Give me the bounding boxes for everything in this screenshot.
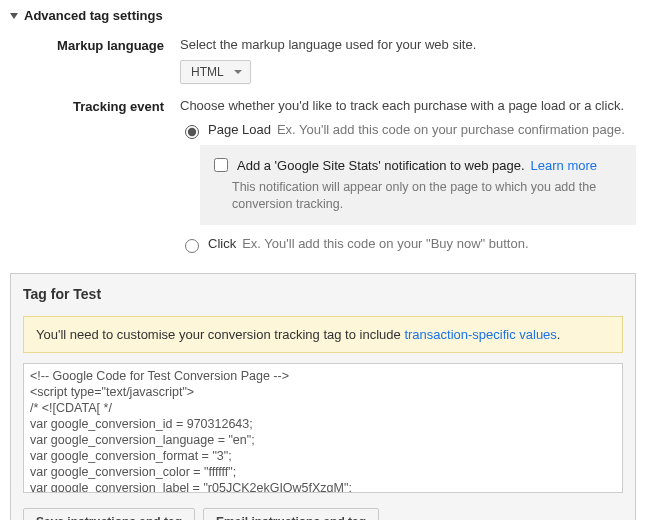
transaction-values-link[interactable]: transaction-specific values xyxy=(404,327,556,342)
section-title: Advanced tag settings xyxy=(24,8,163,23)
markup-content: Select the markup language used for your… xyxy=(180,37,636,84)
notif-subtext: This notification will appear only on th… xyxy=(232,179,622,213)
tracking-content: Choose whether you'd like to track each … xyxy=(180,98,636,255)
tracking-row: Tracking event Choose whether you'd like… xyxy=(10,98,636,255)
markup-select-value: HTML xyxy=(191,65,224,79)
chevron-down-icon xyxy=(234,70,242,74)
warning-period: . xyxy=(557,327,561,342)
radio-page-load[interactable]: Page Load Ex. You'll add this code on yo… xyxy=(180,121,636,139)
markup-label: Markup language xyxy=(10,37,180,53)
radio-click-example: Ex. You'll add this code on your "Buy no… xyxy=(242,235,528,253)
button-row: Save instructions and tag Email instruct… xyxy=(23,508,623,520)
radio-page-load-example: Ex. You'll add this code on your purchas… xyxy=(277,121,625,139)
notification-box: Add a 'Google Site Stats' notification t… xyxy=(200,145,636,225)
radio-click-input[interactable] xyxy=(185,239,199,253)
markup-select[interactable]: HTML xyxy=(180,60,251,84)
tag-panel: Tag for Test You'll need to customise yo… xyxy=(10,273,636,520)
radio-page-load-input[interactable] xyxy=(185,125,199,139)
tracking-desc: Choose whether you'd like to track each … xyxy=(180,98,636,113)
learn-more-link[interactable]: Learn more xyxy=(531,158,597,173)
section-header[interactable]: Advanced tag settings xyxy=(10,8,636,23)
collapse-icon xyxy=(10,13,18,19)
warning-bar: You'll need to customise your conversion… xyxy=(23,316,623,353)
save-button[interactable]: Save instructions and tag xyxy=(23,508,195,520)
radio-click[interactable]: Click Ex. You'll add this code on your "… xyxy=(180,235,636,253)
markup-desc: Select the markup language used for your… xyxy=(180,37,636,52)
email-button[interactable]: Email instructions and tag xyxy=(203,508,379,520)
notif-checkbox-label: Add a 'Google Site Stats' notification t… xyxy=(237,158,525,173)
radio-click-label: Click xyxy=(208,235,236,253)
warning-text: You'll need to customise your conversion… xyxy=(36,327,404,342)
markup-row: Markup language Select the markup langua… xyxy=(10,37,636,84)
code-textarea[interactable] xyxy=(23,363,623,493)
radio-page-load-label: Page Load xyxy=(208,121,271,139)
tag-panel-title: Tag for Test xyxy=(23,286,623,302)
notif-checkbox[interactable] xyxy=(214,158,228,172)
tracking-label: Tracking event xyxy=(10,98,180,114)
